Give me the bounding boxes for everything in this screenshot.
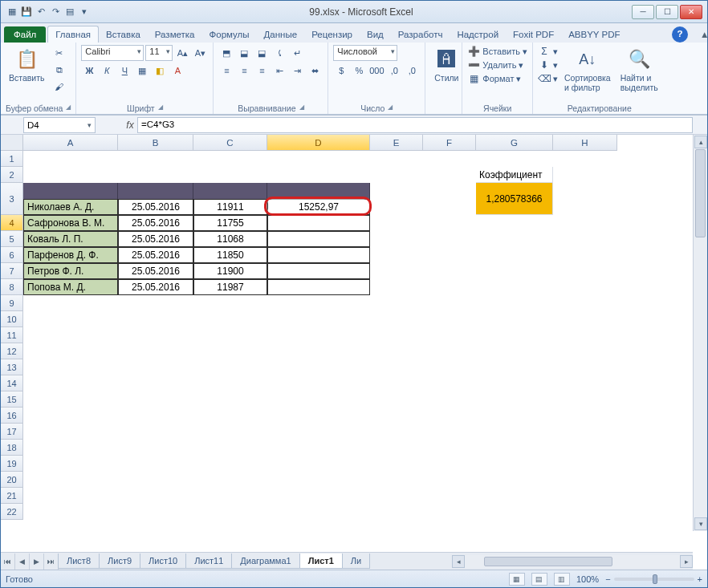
wrap-text-icon[interactable]: ↵ <box>289 45 305 61</box>
row-header-19[interactable]: 19 <box>1 456 23 472</box>
row-header-16[interactable]: 16 <box>1 408 23 424</box>
row-header-6[interactable]: 6 <box>1 247 23 263</box>
col-header-D[interactable]: D <box>267 135 370 151</box>
view-normal-icon[interactable]: ▦ <box>509 573 525 586</box>
horizontal-scrollbar[interactable]: ◂ ▸ <box>452 555 693 568</box>
maximize-button[interactable]: ☐ <box>656 5 678 19</box>
cell-D6[interactable] <box>267 231 370 247</box>
row-header-7[interactable]: 7 <box>1 263 23 279</box>
dialog-launcher-icon[interactable]: ◢ <box>66 103 71 113</box>
ribbon-minimize-icon[interactable]: ▲ <box>693 26 707 43</box>
cell-B9[interactable]: 25.05.2016 <box>118 279 193 295</box>
delete-row-button[interactable]: ➖Удалить ▾ <box>467 59 523 71</box>
row-header-11[interactable]: 11 <box>1 327 23 343</box>
cut-icon[interactable]: ✂ <box>51 45 67 61</box>
formula-input[interactable]: =C4*G3 <box>137 117 693 133</box>
zoom-thumb[interactable] <box>653 574 657 584</box>
row-header-22[interactable]: 22 <box>1 504 23 520</box>
view-break-icon[interactable]: ▥ <box>554 573 570 586</box>
row-header-15[interactable]: 15 <box>1 391 23 408</box>
row-header-9[interactable]: 9 <box>1 295 23 311</box>
sheet-tab-Лист1[interactable]: Лист1 <box>299 554 343 569</box>
dialog-launcher-icon[interactable]: ◢ <box>388 103 393 113</box>
align-center-icon[interactable]: ≡ <box>236 63 252 79</box>
cell-A9[interactable]: Попова М. Д. <box>23 279 118 295</box>
col-header-G[interactable]: G <box>476 135 553 151</box>
styles-button[interactable]: 🅰 Стили <box>430 45 462 84</box>
cell-A4[interactable]: Николаев А. Д. <box>23 199 118 215</box>
cell-D9[interactable] <box>267 279 370 295</box>
sheet-tab-Лист8[interactable]: Лист8 <box>58 554 100 569</box>
cell-B4[interactable]: 25.05.2016 <box>118 199 193 215</box>
sheet-tab-Диаграмма1[interactable]: Диаграмма1 <box>231 554 299 569</box>
comma-icon[interactable]: 000 <box>368 63 385 79</box>
close-button[interactable]: ✕ <box>680 5 702 19</box>
cell-C8[interactable]: 11900 <box>193 263 267 279</box>
orientation-icon[interactable]: ⤹ <box>271 45 287 61</box>
cell-C5[interactable]: 11755 <box>193 215 267 231</box>
clear-button[interactable]: ⌫▾ <box>538 72 558 85</box>
select-all-button[interactable] <box>1 135 23 151</box>
cell-C7[interactable]: 11850 <box>193 247 267 263</box>
help-icon[interactable]: ? <box>672 26 688 43</box>
autosum-button[interactable]: Σ▾ <box>538 45 558 58</box>
format-painter-icon[interactable]: 🖌 <box>51 79 67 95</box>
dialog-launcher-icon[interactable]: ◢ <box>299 103 304 113</box>
merge-icon[interactable]: ⬌ <box>307 63 323 79</box>
sheet-tab-Лист10[interactable]: Лист10 <box>140 554 186 569</box>
grow-font-icon[interactable]: A▴ <box>174 45 190 61</box>
save-icon[interactable]: 💾 <box>20 6 33 18</box>
cell-C9[interactable]: 11987 <box>193 279 267 295</box>
cell-C6[interactable]: 11068 <box>193 231 267 247</box>
tab-формулы[interactable]: Формулы <box>202 26 257 43</box>
sheet-next-icon[interactable]: ▶ <box>30 554 44 570</box>
align-bottom-icon[interactable]: ⬓ <box>254 45 270 61</box>
row-header-5[interactable]: 5 <box>1 231 23 247</box>
cell-D8[interactable] <box>267 263 370 279</box>
fx-icon[interactable]: fx <box>123 120 137 131</box>
row-header-20[interactable]: 20 <box>1 472 23 488</box>
align-middle-icon[interactable]: ⬓ <box>236 45 252 61</box>
cell-A6[interactable]: Коваль Л. П. <box>23 231 118 247</box>
insert-row-button[interactable]: ➕Вставить ▾ <box>467 45 527 58</box>
worksheet-grid[interactable]: ABCDEFGH 1234567891011121314151617181920… <box>1 135 707 531</box>
scroll-up-icon[interactable]: ▴ <box>694 136 707 148</box>
qat-icon2[interactable]: ▾ <box>78 6 91 18</box>
tab-разработч[interactable]: Разработч <box>391 26 450 43</box>
border-icon[interactable]: ▦ <box>134 63 150 79</box>
cell-B5[interactable]: 25.05.2016 <box>118 215 193 231</box>
number-format-combo[interactable]: Числовой <box>333 45 397 61</box>
tab-file[interactable]: Файл <box>4 26 46 43</box>
row-header-14[interactable]: 14 <box>1 375 23 391</box>
col-header-B[interactable]: B <box>118 135 193 151</box>
underline-icon[interactable]: Ч <box>116 63 132 79</box>
zoom-in-icon[interactable]: + <box>698 574 702 584</box>
tab-вставка[interactable]: Вставка <box>99 26 148 43</box>
align-right-icon[interactable]: ≡ <box>254 63 270 79</box>
row-header-12[interactable]: 12 <box>1 343 23 359</box>
row-header-18[interactable]: 18 <box>1 440 23 456</box>
find-select-button[interactable]: 🔍 Найти и выделить <box>617 45 661 94</box>
row-header-4[interactable]: 4 <box>1 215 23 231</box>
scroll-down-icon[interactable]: ▾ <box>694 517 707 530</box>
view-layout-icon[interactable]: ▤ <box>531 573 547 586</box>
zoom-out-icon[interactable]: − <box>605 574 610 584</box>
align-left-icon[interactable]: ≡ <box>218 63 234 79</box>
cell-A5[interactable]: Сафронова В. М. <box>23 215 118 231</box>
italic-icon[interactable]: К <box>99 63 115 79</box>
paste-button[interactable]: 📋 Вставить <box>6 45 48 84</box>
row-header-13[interactable]: 13 <box>1 359 23 375</box>
cell-G3[interactable]: 1,280578366 <box>476 183 553 215</box>
align-top-icon[interactable]: ⬒ <box>218 45 234 61</box>
tab-foxit pdf[interactable]: Foxit PDF <box>506 26 561 43</box>
indent-dec-icon[interactable]: ⇤ <box>271 63 287 79</box>
name-box[interactable]: D4 <box>23 117 96 133</box>
row-header-8[interactable]: 8 <box>1 279 23 295</box>
cell-A8[interactable]: Петров Ф. Л. <box>23 263 118 279</box>
zoom-slider[interactable]: − + <box>605 574 702 584</box>
currency-icon[interactable]: $ <box>333 63 349 79</box>
sheet-prev-icon[interactable]: ◀ <box>15 554 30 570</box>
tab-главная[interactable]: Главная <box>47 26 99 43</box>
sheet-last-icon[interactable]: ⏭ <box>44 554 59 570</box>
tab-данные[interactable]: Данные <box>257 26 305 43</box>
